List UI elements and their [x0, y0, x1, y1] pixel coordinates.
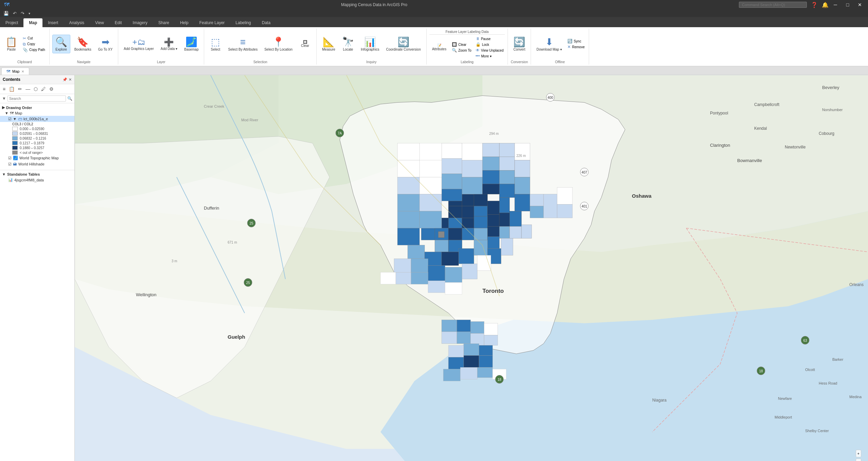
- undo-qat-button[interactable]: ↶: [12, 10, 18, 17]
- attributes-button[interactable]: 📝 Attributes: [429, 42, 449, 53]
- search-icon[interactable]: 🔍: [67, 96, 72, 101]
- list-by-editing-btn[interactable]: —: [24, 86, 32, 92]
- svg-rect-79: [462, 264, 477, 279]
- map-tab[interactable]: 🗺 Map ✕: [1, 68, 29, 75]
- lock-button[interactable]: 🔒 Lock: [474, 42, 505, 47]
- tab-view[interactable]: View: [90, 18, 109, 27]
- select-button[interactable]: ⬚ Select: [207, 35, 224, 53]
- copy-path-button[interactable]: 📎 Copy Path: [21, 47, 47, 53]
- svg-rect-54: [397, 177, 420, 194]
- minimize-button[interactable]: ─: [830, 0, 841, 10]
- qat-customize-button[interactable]: ▾: [27, 11, 32, 16]
- view-unplaced-button[interactable]: 👁 View Unplaced: [474, 48, 505, 53]
- contents-panel: Contents 📌 ✕ ≡ 📋 ✏ — ⬡ 🖊 ⚙ ▼ 🔍 ▶: [0, 75, 75, 461]
- tab-data[interactable]: Data: [256, 18, 276, 27]
- tab-labeling[interactable]: Labeling: [230, 18, 256, 27]
- zoom-out-button[interactable]: −: [856, 459, 861, 461]
- world-topo-checkbox[interactable]: ☑: [8, 156, 12, 160]
- tab-edit[interactable]: Edit: [109, 18, 127, 27]
- legend-item-0: 0.000 – 0.02590: [0, 126, 74, 131]
- svg-rect-25: [448, 228, 462, 240]
- standalone-table-item[interactable]: 📊 4jsgcm4fM8_data: [0, 177, 74, 183]
- maximize-button[interactable]: □: [842, 0, 853, 10]
- world-topo-item[interactable]: ☑ 🗾 World Topographic Map: [0, 155, 74, 161]
- convert-button[interactable]: 🔄 Convert: [511, 35, 528, 53]
- cut-button[interactable]: ✂ Cut: [21, 36, 47, 41]
- command-search-input[interactable]: [739, 2, 807, 8]
- basemap-button[interactable]: 🗾 Basemap: [181, 35, 201, 53]
- paste-label: Paste: [7, 48, 16, 52]
- redo-qat-button[interactable]: ↷: [19, 10, 26, 17]
- tab-share[interactable]: Share: [153, 18, 175, 27]
- locate-icon: 🔭: [342, 36, 354, 48]
- add-data-button[interactable]: ➕ Add Data ▾: [158, 36, 180, 52]
- close-button[interactable]: ✕: [854, 0, 865, 10]
- list-by-labeling-btn[interactable]: 🖊: [40, 86, 47, 92]
- zoom-to-button[interactable]: 🔍 Zoom To: [450, 48, 473, 53]
- more-labeling-button[interactable]: ••• More ▾: [474, 53, 505, 59]
- map-area[interactable]: 400 407 401 7A 25 25 18 18 63: [75, 75, 868, 461]
- list-by-source-btn[interactable]: 📋: [7, 86, 16, 92]
- world-topo-icon: 🗾: [13, 156, 18, 160]
- zoom-in-button[interactable]: +: [856, 450, 861, 457]
- legend-label-3: 0.1217 – 0.1879: [20, 141, 44, 145]
- remove-label: Remove: [572, 45, 585, 49]
- go-to-xy-button[interactable]: ➡ Go To XY: [95, 35, 116, 53]
- tab-project[interactable]: Project: [0, 18, 23, 27]
- svg-rect-20: [499, 213, 510, 227]
- svg-rect-40: [499, 184, 515, 198]
- svg-rect-43: [515, 177, 530, 194]
- select-by-location-button[interactable]: 📍 Select By Location: [262, 35, 295, 53]
- explore-button[interactable]: 🔍 Explore: [52, 35, 70, 53]
- more-icon: •••: [476, 54, 480, 58]
- remove-button[interactable]: ✕ Remove: [566, 44, 586, 50]
- feature-layer-checkbox[interactable]: ☑: [8, 117, 12, 121]
- bookmarks-button[interactable]: 🔖 Bookmarks: [72, 35, 94, 53]
- tab-feature-layer[interactable]: Feature Layer: [194, 18, 230, 27]
- coordinate-conversion-button[interactable]: 🔄 Coordinate Conversion: [383, 35, 423, 53]
- sync-button[interactable]: 🔃 Sync: [566, 38, 586, 44]
- standalone-tables-label: Standalone Tables: [7, 172, 40, 176]
- pause-button[interactable]: ⏸ Pause: [474, 36, 505, 41]
- list-by-selection-btn[interactable]: ✏: [17, 86, 23, 92]
- download-map-button[interactable]: ⬇ Download Map ▾: [534, 35, 564, 53]
- save-qat-button[interactable]: 💾: [2, 10, 10, 17]
- svg-text:Newtonville: Newtonville: [785, 145, 806, 149]
- add-graphics-layer-button[interactable]: +🗂 Add Graphics Layer: [121, 36, 156, 52]
- feature-layer-item[interactable]: ☑ ▼ 🗃 lct_000b21a_e: [0, 116, 74, 122]
- tab-insert[interactable]: Insert: [42, 18, 64, 27]
- svg-text:294 m: 294 m: [489, 132, 499, 136]
- world-hillshade-checkbox[interactable]: ☑: [8, 162, 12, 166]
- svg-rect-98: [464, 356, 479, 368]
- contents-close-icon[interactable]: ✕: [69, 77, 72, 82]
- drawing-order-label: Drawing Order: [6, 106, 32, 110]
- options-btn[interactable]: ⚙: [48, 86, 55, 92]
- standalone-tables-header[interactable]: ▼ Standalone Tables: [0, 172, 74, 177]
- paste-button[interactable]: 📋 Paste: [3, 35, 20, 53]
- standalone-table-label: 4jsgcm4fM8_data: [14, 178, 44, 182]
- svg-text:Cobourg: Cobourg: [819, 131, 834, 136]
- list-by-drawing-order-btn[interactable]: ≡: [1, 86, 7, 92]
- svg-rect-41: [515, 143, 530, 160]
- tab-help[interactable]: Help: [175, 18, 194, 27]
- measure-label: Measure: [322, 48, 335, 52]
- clear-selection-button[interactable]: 🔲 Clear: [297, 39, 314, 49]
- copy-button[interactable]: ⧉ Copy: [21, 41, 47, 47]
- select-by-attributes-button[interactable]: ≡ Select By Attributes: [225, 35, 260, 53]
- map-tab-close[interactable]: ✕: [21, 70, 24, 73]
- tab-analysis[interactable]: Analysis: [64, 18, 90, 27]
- tab-imagery[interactable]: Imagery: [127, 18, 153, 27]
- measure-button[interactable]: 📐 Measure: [319, 35, 338, 53]
- search-input[interactable]: [7, 95, 66, 102]
- map-tree-item[interactable]: ▼ 🗺 Map: [0, 110, 74, 116]
- infographics-button[interactable]: 📊 Infographics: [358, 35, 382, 53]
- list-by-snapping-btn[interactable]: ⬡: [32, 86, 39, 92]
- world-hillshade-item[interactable]: ☑ 🏔 World Hillshade: [0, 161, 74, 167]
- svg-rect-38: [499, 157, 515, 171]
- clear-labeling-button[interactable]: 🔲 Clear: [450, 42, 473, 47]
- tab-map[interactable]: Map: [23, 18, 42, 27]
- map-tab-icon: 🗺: [6, 69, 10, 73]
- drawing-order-header[interactable]: ▶ Drawing Order: [0, 105, 74, 110]
- pin-icon[interactable]: 📌: [63, 77, 67, 82]
- locate-button[interactable]: 🔭 Locate: [339, 35, 357, 53]
